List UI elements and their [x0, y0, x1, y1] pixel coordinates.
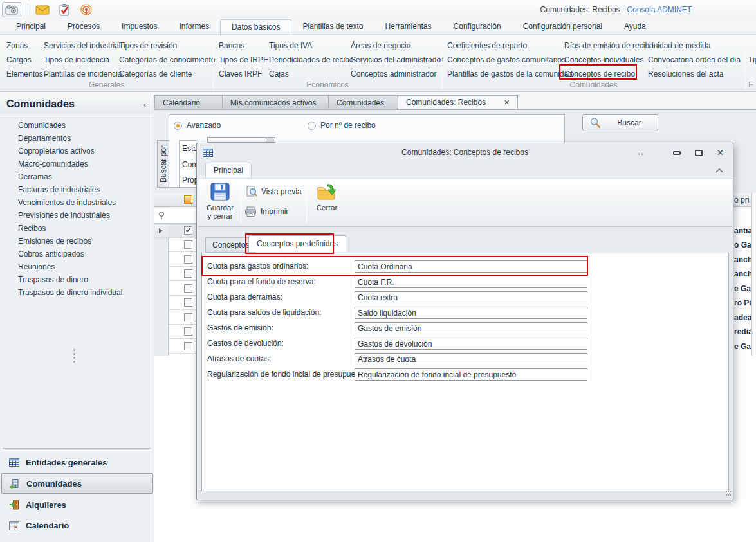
navpane-comunidades[interactable]: Comunidades: [1, 473, 153, 494]
guardar-y-cerrar-button[interactable]: Guardary cerrar: [203, 181, 237, 226]
ribbon-item-convocatoria-orden-dia[interactable]: Convocatoria orden del día: [648, 53, 741, 67]
maximize-icon[interactable]: [695, 150, 703, 156]
cerrar-button[interactable]: Cerrar: [310, 181, 344, 226]
sidebar-item-macro-comunidades[interactable]: Macro-comunidades: [18, 158, 88, 170]
grid-row[interactable]: [169, 282, 196, 296]
doc-tab-comunidades-recibos[interactable]: Comunidades: Recibos ✕: [398, 95, 518, 109]
row-checkbox-checked[interactable]: ✔: [184, 226, 192, 235]
minimize-icon[interactable]: [673, 151, 681, 155]
row-checkbox[interactable]: [184, 269, 192, 278]
cuota-gastos-ordinarios-input[interactable]: [355, 260, 587, 273]
grid-row[interactable]: [169, 296, 196, 310]
sidebar-item-vencimientos-industriales[interactable]: Vencimientos de industriales: [18, 196, 116, 209]
ribbon-item-tipos-iva[interactable]: Tipos de IVA: [269, 39, 353, 53]
tasks-button[interactable]: [57, 3, 72, 16]
resize-grip[interactable]: [724, 491, 731, 497]
ribbon-tab-impuestos[interactable]: Impuestos: [111, 19, 168, 34]
row-checkbox[interactable]: [184, 240, 192, 249]
grid-row[interactable]: [169, 238, 196, 252]
close-icon[interactable]: ✕: [717, 149, 724, 157]
ribbon-item-partial-tipo[interactable]: Tipo: [748, 53, 756, 67]
row-checkbox[interactable]: [184, 255, 192, 264]
row-checkbox[interactable]: [184, 298, 192, 307]
grid-filter-row[interactable]: [154, 208, 196, 224]
gastos-devolucion-input[interactable]: [355, 338, 587, 350]
sidebar-item-emisiones-recibos[interactable]: Emisiones de recibos: [18, 235, 91, 248]
ribbon-tab-configuracion-personal[interactable]: Configuración personal: [512, 19, 613, 34]
ribbon-item-unidad-medida[interactable]: Unidad de medida: [648, 39, 741, 53]
navpane-entidades-generales[interactable]: Entidades generales: [1, 452, 153, 473]
tab-conceptos-predefinidos[interactable]: Conceptos predefinidos: [248, 235, 346, 252]
ribbon-item-dias-emision-recibo[interactable]: Días de emisión de recibo: [564, 39, 654, 53]
cuota-derramas-input[interactable]: [355, 291, 587, 303]
sidebar-item-derramas[interactable]: Derramas: [18, 170, 52, 183]
dropdown-button[interactable]: [266, 138, 274, 142]
ribbon-tab-procesos[interactable]: Procesos: [57, 19, 111, 34]
sidebar-item-cobros-anticipados[interactable]: Cobros anticipados: [18, 248, 84, 260]
regularizacion-fondo-input[interactable]: [355, 368, 587, 381]
ribbon-item-claves-irpf[interactable]: Claves IRPF: [219, 67, 268, 81]
resize-icon[interactable]: ↔: [636, 149, 645, 157]
ribbon-tab-principal[interactable]: Principal: [5, 19, 57, 34]
sidebar-item-copropietarios-activos[interactable]: Copropietarios activos: [18, 145, 95, 158]
ribbon-item-elementos[interactable]: Elementos: [6, 67, 43, 81]
ribbon-tab-informes[interactable]: Informes: [168, 19, 220, 34]
navpane-alquileres[interactable]: Alquileres: [1, 494, 153, 515]
ribbon-item-periodicidades-recibo[interactable]: Periodicidades de recibo: [269, 53, 353, 67]
ribbon-item-zonas[interactable]: Zonas: [6, 39, 43, 53]
ribbon-item-cargos[interactable]: Cargos: [6, 53, 43, 67]
grid-row[interactable]: [169, 267, 196, 281]
ribbon-item-categorias-conocimiento[interactable]: Categorías de conocimiento: [119, 53, 215, 67]
radio-por-numero-recibo[interactable]: Por nº de recibo: [308, 121, 376, 130]
mail-button[interactable]: [35, 3, 50, 16]
ribbon-item-coeficientes-reparto[interactable]: Coeficientes de reparto: [447, 39, 573, 53]
ribbon-item-cajas[interactable]: Cajas: [269, 67, 353, 81]
vista-previa-button[interactable]: Vista previa: [246, 186, 301, 197]
imprimir-button[interactable]: Imprimir: [244, 206, 288, 217]
ribbon-tab-datos-basicos[interactable]: Datos básicos: [220, 19, 291, 34]
ribbon-item-servicios-administrador[interactable]: Servicios del administrador: [351, 53, 443, 67]
ribbon-item-tipos-incidencia[interactable]: Tipos de incidencia: [44, 53, 122, 67]
sidebar-item-comunidades[interactable]: Comunidades: [18, 119, 66, 132]
ribbon-item-plantillas-gastos-comunidad[interactable]: Plantillas de gastos de la comunidad: [447, 67, 573, 81]
row-checkbox[interactable]: [184, 327, 192, 336]
screenshot-button[interactable]: [2, 2, 21, 17]
sidebar-splitter-handle[interactable]: [73, 349, 75, 363]
ribbon-tab-plantillas-texto[interactable]: Plantillas de texto: [291, 19, 374, 34]
tab-close-icon[interactable]: ✕: [504, 95, 510, 109]
navpane-calendario[interactable]: Calendario: [1, 515, 153, 536]
atrasos-cuotas-input[interactable]: [355, 353, 587, 365]
ribbon-item-conceptos-individuales[interactable]: Conceptos individuales: [564, 53, 654, 67]
ribbon-item-servicios-industrial[interactable]: Servicios del industrial: [44, 39, 122, 53]
ribbon-tab-herramientas[interactable]: Herramientas: [374, 19, 443, 34]
row-checkbox[interactable]: [184, 342, 192, 350]
ribbon-item-tipos-irpf[interactable]: Tipos de IRPF: [219, 53, 268, 67]
row-checkbox[interactable]: [184, 284, 192, 293]
ribbon-item-bancos[interactable]: Bancos: [219, 39, 268, 53]
broadcast-button[interactable]: [78, 3, 94, 16]
grid-row[interactable]: [169, 253, 196, 267]
dialog-title-bar[interactable]: Comunidades: Conceptos de recibos ↔ ✕: [197, 143, 733, 161]
doc-tab-calendario[interactable]: Calendario: [154, 95, 223, 109]
gastos-emision-input[interactable]: [355, 322, 587, 334]
buscar-button[interactable]: Buscar: [582, 114, 658, 131]
grid-row-selected[interactable]: ✔: [169, 224, 196, 238]
ribbon-item-conceptos-administrador[interactable]: Conceptos administrador: [351, 67, 443, 81]
select-all-checkbox[interactable]: [184, 195, 192, 204]
dialog-ribbon-tab-principal[interactable]: Principal: [205, 163, 252, 177]
doc-tab-comunidades[interactable]: Comunidades: [329, 95, 398, 109]
ribbon-tab-configuracion[interactable]: Configuración: [443, 19, 512, 34]
buscar-por-vertical-tab[interactable]: Buscar por: [157, 140, 169, 188]
sidebar-item-reuniones[interactable]: Reuniones: [18, 260, 55, 273]
grid-row[interactable]: [169, 311, 196, 325]
ribbon-item-resoluciones-acta[interactable]: Resoluciones del acta: [648, 67, 741, 81]
sidebar-item-recibos[interactable]: Recibos: [18, 222, 46, 235]
sidebar-item-departamentos[interactable]: Departamentos: [18, 132, 71, 145]
ribbon-item-conceptos-de-recibo[interactable]: Conceptos de recibo: [564, 67, 654, 81]
ribbon-item-conceptos-gastos-comunitarios[interactable]: Conceptos de gastos comunitarios: [447, 53, 573, 67]
estado-dropdown[interactable]: [207, 137, 275, 143]
sidebar-item-traspasos-dinero[interactable]: Traspasos de dinero: [18, 273, 88, 286]
row-checkbox[interactable]: [184, 313, 192, 321]
sidebar-collapse-icon[interactable]: ‹: [143, 100, 146, 109]
doc-tab-mis-comunicados[interactable]: Mis comunicados activos: [223, 95, 329, 109]
